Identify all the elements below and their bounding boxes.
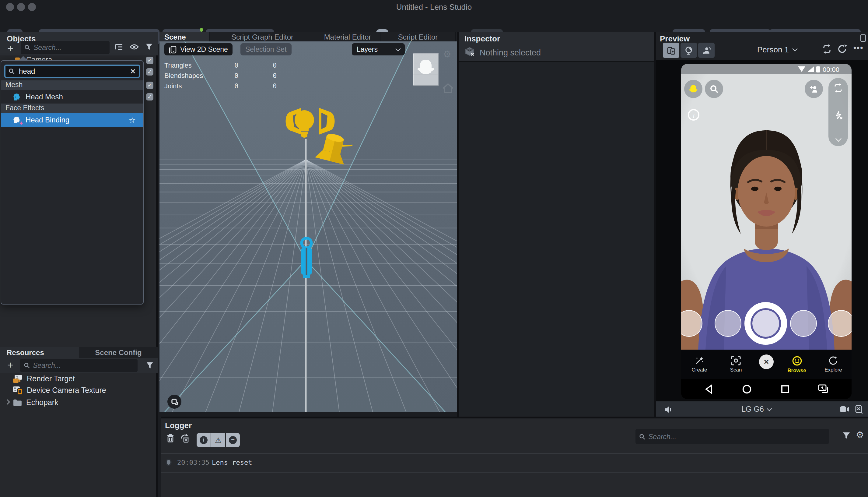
- logger-search[interactable]: [635, 429, 829, 444]
- head-mesh-label: Head Mesh: [26, 93, 63, 101]
- clear-log-icon[interactable]: [166, 433, 175, 443]
- add-object-button[interactable]: +: [7, 43, 13, 55]
- title-bar: Untitled - Lens Studio: [0, 0, 868, 14]
- visibility-checkbox[interactable]: ✓: [146, 68, 153, 75]
- record-video-icon[interactable]: [839, 406, 850, 413]
- restart-lens-icon[interactable]: [822, 44, 832, 54]
- person-selector-dropdown[interactable]: Person 1: [757, 45, 797, 54]
- stat-joints: Joints: [164, 82, 182, 90]
- camera-feed[interactable]: i: [681, 74, 852, 350]
- objects-search[interactable]: [21, 41, 109, 54]
- active-lens-button[interactable]: [752, 310, 779, 337]
- preview-title: Preview: [660, 34, 690, 43]
- view-2d-scene-button[interactable]: View 2D Scene: [164, 43, 233, 55]
- browse-button[interactable]: Browse: [783, 355, 810, 373]
- logger-search-input[interactable]: [648, 433, 825, 440]
- resource-row-render-target[interactable]: Render Target: [13, 374, 75, 383]
- add-resource-button[interactable]: +: [7, 359, 13, 371]
- visibility-checkbox[interactable]: ✓: [146, 82, 153, 89]
- tab-scene[interactable]: Scene: [160, 32, 210, 41]
- tab-script-graph-editor[interactable]: Script Graph Editor: [210, 32, 315, 41]
- lens-slot[interactable]: [714, 310, 741, 337]
- flip-camera-icon[interactable]: [833, 83, 843, 93]
- objects-panel-header: Objects +: [0, 32, 158, 55]
- resources-search[interactable]: [20, 359, 137, 372]
- auto-clear-log-icon[interactable]: [179, 433, 190, 443]
- head-binding-label: Head Binding: [26, 116, 69, 124]
- inspector-panel: Inspector Nothing selected: [457, 32, 654, 416]
- log-entry-bullet: [165, 459, 172, 466]
- device-selector-dropdown[interactable]: LG G6: [741, 405, 771, 414]
- android-windows-button[interactable]: [818, 384, 828, 394]
- visibility-eye-icon[interactable]: [130, 43, 139, 51]
- chevron-down-icon: [793, 46, 798, 52]
- scene-viewport[interactable]: ⚙ View 2D Scene Selection Set Layers Tri…: [160, 41, 457, 412]
- tab-resources[interactable]: Resources: [0, 347, 79, 358]
- refresh-icon[interactable]: [837, 44, 847, 54]
- flash-off-icon[interactable]: [834, 111, 843, 120]
- render-target-label: Render Target: [27, 374, 75, 383]
- preview-mode-person-button[interactable]: [698, 43, 715, 58]
- snapchat-profile-button[interactable]: [684, 80, 703, 98]
- viewport-layout-toggle-button[interactable]: [167, 395, 181, 409]
- tab-material-editor[interactable]: Material Editor: [315, 32, 380, 41]
- logger-settings-gear-icon[interactable]: ⚙: [856, 429, 864, 440]
- create-button[interactable]: Create: [686, 356, 713, 373]
- selection-set-button[interactable]: Selection Set: [240, 43, 292, 55]
- filter-icon[interactable]: [842, 432, 850, 440]
- favorite-star-icon[interactable]: ☆: [129, 115, 136, 125]
- panel-popout-icon[interactable]: [860, 34, 866, 42]
- script-graph-editor-tab-label: Script Graph Editor: [231, 33, 293, 41]
- tab-script-editor[interactable]: Script Editor: [380, 32, 456, 41]
- device-preview-phone: 00:00: [681, 64, 852, 399]
- hierarchy-icon[interactable]: [115, 43, 123, 51]
- popup-search[interactable]: ✕: [4, 65, 140, 78]
- lens-info-button[interactable]: i: [688, 109, 700, 120]
- popup-item-head-binding[interactable]: ✦ Head Binding ☆: [1, 113, 143, 127]
- layers-dropdown[interactable]: Layers: [352, 43, 405, 55]
- battery-icon: [816, 66, 820, 72]
- chevron-down-icon[interactable]: [835, 136, 841, 142]
- visibility-checkbox[interactable]: ✓: [146, 93, 153, 100]
- clear-search-icon[interactable]: ✕: [130, 67, 136, 75]
- toggle-warning-logs[interactable]: ⚠: [211, 433, 225, 447]
- lens-slot[interactable]: [790, 310, 816, 337]
- echopark-label: Echopark: [26, 398, 58, 407]
- preview-mode-media-button[interactable]: [663, 43, 679, 58]
- explore-button[interactable]: Explore: [820, 356, 847, 373]
- resource-row-echopark[interactable]: Echopark: [5, 398, 58, 407]
- more-options-icon[interactable]: •••: [853, 43, 864, 52]
- viewport-home-icon: [443, 84, 453, 93]
- toggle-info-logs[interactable]: i: [196, 433, 211, 447]
- objects-search-input[interactable]: [33, 44, 106, 51]
- info-icon: i: [200, 436, 208, 444]
- visibility-checkbox[interactable]: ✓: [146, 57, 153, 64]
- close-lens-button[interactable]: ✕: [759, 354, 774, 369]
- search-icon: [24, 44, 30, 51]
- stat-triangles: Triangles: [164, 61, 192, 69]
- scan-button[interactable]: Scan: [722, 356, 749, 373]
- filter-icon[interactable]: [146, 362, 153, 369]
- resource-row-device-camera-texture[interactable]: Device Camera Texture: [13, 386, 106, 395]
- popup-item-head-mesh[interactable]: Head Mesh: [1, 90, 143, 103]
- popup-search-input[interactable]: [18, 66, 127, 76]
- error-icon: −: [229, 436, 237, 444]
- scan-label: Scan: [730, 367, 742, 373]
- resources-search-input[interactable]: [33, 362, 134, 369]
- android-home-button[interactable]: [742, 384, 752, 394]
- preview-mode-webcam-button[interactable]: [680, 43, 697, 58]
- add-friend-button[interactable]: [805, 80, 823, 98]
- tab-scene-config[interactable]: Scene Config: [79, 347, 158, 358]
- android-back-button[interactable]: [704, 384, 713, 394]
- android-recents-button[interactable]: [781, 385, 789, 393]
- warning-icon: ⚠: [215, 436, 222, 444]
- snapchat-search-button[interactable]: [705, 80, 723, 98]
- selection-set-label: Selection Set: [245, 46, 287, 53]
- screenshot-icon[interactable]: [855, 405, 863, 414]
- object-search-popup: ✕ Mesh Head Mesh Face Effects ✦ Head Bin…: [1, 60, 144, 304]
- toggle-error-logs[interactable]: −: [226, 433, 240, 447]
- audio-mute-icon[interactable]: [664, 405, 673, 413]
- filter-icon[interactable]: [146, 43, 153, 51]
- folder-icon: [13, 399, 22, 406]
- chevron-right-icon[interactable]: [5, 399, 10, 404]
